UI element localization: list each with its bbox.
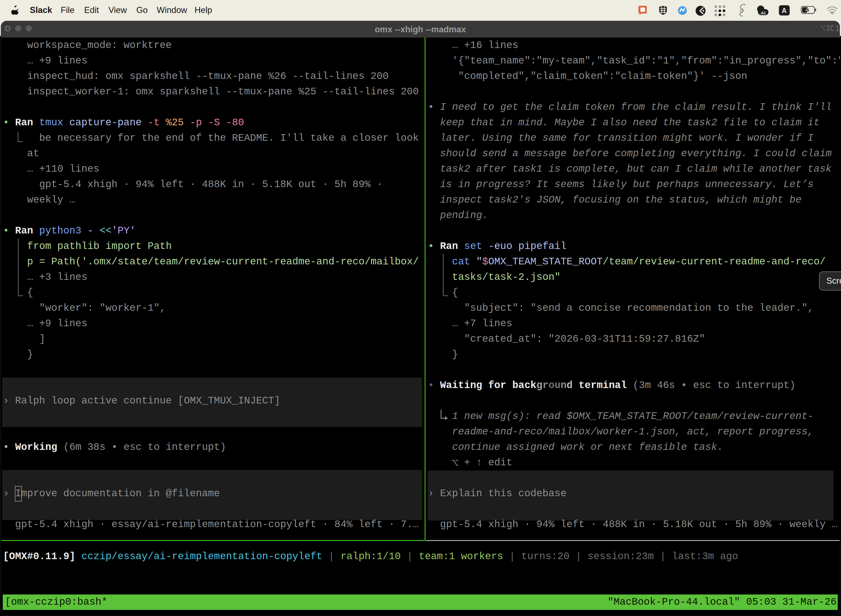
svg-text:..61: ..61 [759, 10, 766, 15]
svg-text:A: A [782, 7, 787, 14]
